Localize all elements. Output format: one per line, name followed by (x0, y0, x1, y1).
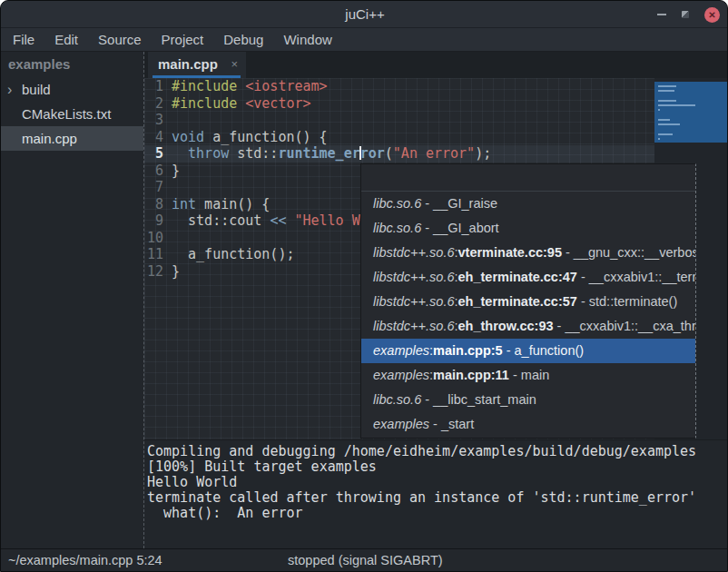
code-token: ); (475, 145, 491, 162)
minimize-icon[interactable] (657, 14, 666, 15)
frame-library: examples (373, 368, 429, 382)
minimap-code-line (658, 133, 673, 135)
code-token: "An error" (393, 145, 475, 162)
code-token: void (172, 129, 204, 145)
line-number: 10 (144, 230, 168, 247)
code-text: void a_function() { (168, 129, 328, 146)
app-window: juCi++ ✕ FileEditSourceProjectDebugWindo… (0, 0, 728, 572)
code-token: std:: (229, 145, 278, 162)
code-token: throw (188, 145, 229, 162)
backtrace-row[interactable]: examples - _start (361, 412, 695, 437)
code-line[interactable]: 3 (144, 112, 654, 129)
tab-label: main.cpp (158, 52, 218, 76)
terminal-line: terminate called after throwing an insta… (147, 490, 728, 506)
frame-library: libc.so.6 (373, 392, 421, 407)
code-text: std::cout << "Hello W (168, 212, 360, 230)
code-token: <vector> (245, 95, 310, 112)
tab-close-icon[interactable]: × (231, 52, 238, 76)
minimap-slider[interactable] (654, 82, 728, 143)
sidebar-item-main-cpp[interactable]: main.cpp (1, 126, 143, 151)
frame-separator: - (429, 417, 441, 431)
sidebar-item-build[interactable]: ›build (1, 77, 143, 102)
line-number: 3 (144, 112, 168, 129)
code-editor[interactable]: 1#include <iostream>2#include <vector>34… (144, 78, 728, 439)
code-token: #include (172, 95, 237, 112)
code-line[interactable]: 5 throw std::runtime_error("An error"); (144, 145, 654, 163)
sidebar-item-cmakelists-txt[interactable]: CMakeLists.txt (1, 102, 143, 126)
minimap-code-line (658, 123, 680, 125)
file-tree: ›buildCMakeLists.txtmain.cpp (1, 77, 143, 151)
backtrace-row[interactable]: libstdc++.so.6:eh_terminate.cc:57 - std:… (361, 290, 695, 314)
frame-library: examples (373, 417, 429, 431)
minimap-code-line (658, 100, 676, 102)
terminal-output[interactable]: Compiling and debugging /home/eidheim/ex… (144, 439, 728, 548)
code-token: main() { (196, 196, 270, 212)
frame-separator: - (421, 392, 433, 407)
backtrace-row[interactable]: libc.so.6 - __GI_raise (361, 192, 695, 216)
backtrace-list: libc.so.6 - __GI_raiselibc.so.6 - __GI_a… (361, 192, 695, 437)
code-token: } (172, 263, 180, 280)
frame-function: __gnu_cxx::__verbose_terminate_handler() (574, 245, 695, 260)
frame-library: libstdc++.so.6 (373, 294, 454, 309)
minimap-code-line (658, 90, 674, 92)
code-token: a_function() { (204, 129, 327, 145)
code-token: } (172, 163, 180, 179)
restore-icon[interactable] (682, 11, 689, 18)
backtrace-row[interactable]: libstdc++.so.6:vterminate.cc:95 - __gnu_… (361, 241, 695, 265)
tab-main-cpp[interactable]: main.cpp × (148, 52, 246, 78)
menu-item-debug[interactable]: Debug (213, 28, 273, 51)
frame-function: __cxxabiv1::__terminate(void (*)()) (589, 270, 695, 284)
code-line[interactable]: 4void a_function() { (144, 129, 654, 146)
code-text: throw std::runtime_error("An error"); (168, 145, 491, 163)
frame-separator: - (503, 343, 515, 358)
menu-item-source[interactable]: Source (88, 28, 152, 51)
line-number: 6 (144, 163, 168, 180)
backtrace-row[interactable]: examples:main.cpp:5 - a_function() (361, 339, 695, 363)
code-line[interactable]: 2#include <vector> (144, 95, 654, 113)
code-token (237, 78, 245, 94)
code-token: ( (385, 145, 393, 162)
code-line[interactable]: 1#include <iostream> (144, 78, 654, 95)
expander-icon[interactable]: › (7, 77, 12, 102)
backtrace-row[interactable]: libstdc++.so.6:eh_throw.cc:93 - __cxxabi… (361, 314, 695, 339)
minimap-code-line (658, 104, 695, 106)
frame-function: __cxxabiv1::__cxa_throw (565, 319, 695, 333)
menu-item-file[interactable]: File (3, 28, 44, 51)
titlebar[interactable]: juCi++ ✕ (1, 1, 728, 28)
status-file-location: ~/examples/main.cpp 5:24 (8, 549, 162, 572)
terminal-line: Compiling and debugging /home/eidheim/ex… (147, 444, 728, 459)
frame-function: _start (441, 417, 474, 431)
menu-item-project[interactable]: Project (152, 28, 214, 51)
frame-separator: - (509, 368, 521, 382)
code-token: runtime_er (278, 145, 359, 162)
code-token: std::cout (172, 212, 270, 229)
backtrace-row[interactable]: libc.so.6 - __GI_abort (361, 216, 695, 241)
menubar: FileEditSourceProjectDebugWindow (1, 28, 728, 52)
backtrace-row[interactable]: examples:main.cpp:11 - main (361, 363, 695, 388)
popup-search-entry[interactable] (361, 164, 695, 192)
code-text: a_function(); (168, 246, 294, 263)
frame-file-line: main.cpp:5 (433, 343, 503, 358)
frame-function: __GI_raise (433, 196, 497, 211)
frame-library: libstdc++.so.6 (373, 319, 454, 333)
project-name-header: examples (1, 52, 143, 77)
terminal-line: Hello World (147, 475, 728, 490)
frame-separator: - (421, 221, 433, 235)
menu-item-window[interactable]: Window (273, 28, 341, 51)
menu-item-edit[interactable]: Edit (44, 28, 88, 51)
frame-function: a_function() (515, 343, 585, 358)
frame-file-line: eh_terminate.cc:57 (458, 294, 577, 309)
line-number: 8 (144, 196, 168, 213)
close-icon[interactable]: ✕ (704, 7, 720, 23)
line-number: 12 (144, 263, 168, 281)
code-text: #include <vector> (168, 95, 311, 113)
frame-separator: - (421, 196, 433, 211)
backtrace-row[interactable]: libc.so.6 - __libc_start_main (361, 388, 695, 412)
code-token: "Hello W (294, 212, 359, 229)
code-token: << (270, 212, 286, 229)
line-number: 1 (144, 78, 168, 95)
frame-library: libc.so.6 (373, 221, 421, 235)
backtrace-row[interactable]: libstdc++.so.6:eh_terminate.cc:47 - __cx… (361, 265, 695, 290)
code-token: <iostream> (245, 78, 327, 94)
frame-function: main (521, 368, 549, 382)
